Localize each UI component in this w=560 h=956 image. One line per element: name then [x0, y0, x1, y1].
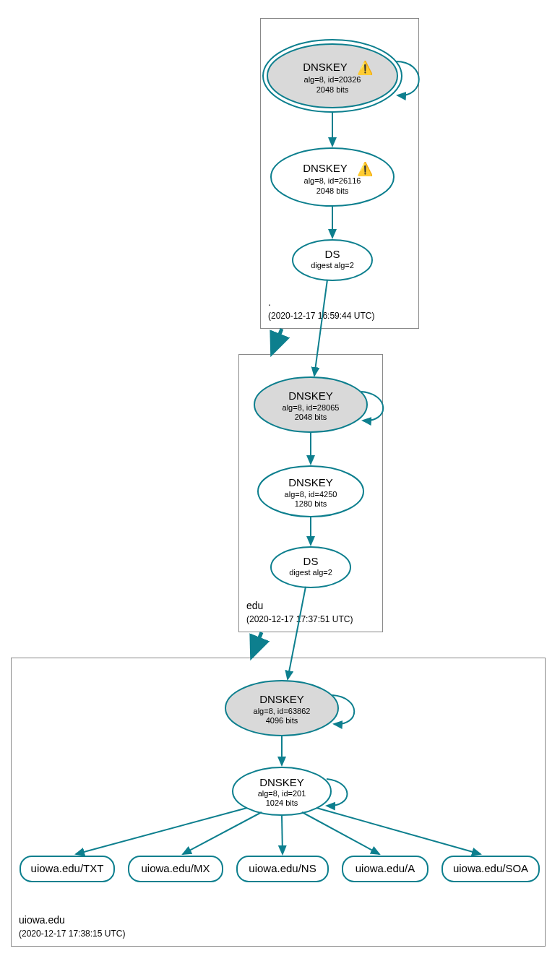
- svg-point-20: [271, 547, 350, 587]
- root-zsk-bits: 2048 bits: [316, 186, 349, 195]
- svg-text:alg=8, id=201: alg=8, id=201: [258, 789, 306, 798]
- node-root-ksk: DNSKEY ⚠️ alg=8, id=20326 2048 bits: [263, 40, 402, 112]
- svg-text:alg=8, id=28065: alg=8, id=28065: [283, 403, 340, 412]
- edge-root-to-edu-zone: [273, 329, 282, 350]
- svg-text:DNSKEY: DNSKEY: [259, 693, 304, 705]
- node-edu-ds: DS digest alg=2: [271, 547, 350, 587]
- root-ksk-alg: alg=8, id=20326: [304, 75, 361, 84]
- warning-icon: ⚠️: [357, 161, 374, 177]
- edge-zsk-to-txt: [76, 808, 247, 854]
- node-edu-ksk: DNSKEY alg=8, id=28065 2048 bits: [254, 377, 367, 432]
- svg-text:uiowa.edu/TXT: uiowa.edu/TXT: [31, 862, 104, 874]
- svg-text:4096 bits: 4096 bits: [266, 716, 298, 725]
- edge-ds-to-edu-ksk: [314, 280, 327, 376]
- root-ds-title: DS: [325, 248, 340, 260]
- root-zsk-alg: alg=8, id=26116: [304, 176, 361, 185]
- uiowa-zsk-alg: alg=8, id=201: [258, 789, 306, 798]
- rr-ns: uiowa.edu/NS: [237, 856, 328, 882]
- svg-text:DNSKEY: DNSKEY: [303, 162, 348, 174]
- uiowa-zsk-title: DNSKEY: [259, 776, 304, 788]
- edge-edu-to-uiowa-zone: [253, 632, 262, 654]
- edge-ds-to-uiowa-ksk: [288, 587, 306, 679]
- node-root-ds: DS digest alg=2: [293, 240, 372, 280]
- uiowa-ksk-bits: 4096 bits: [266, 716, 298, 725]
- root-ksk-bits: 2048 bits: [316, 85, 349, 94]
- edge-zsk-to-soa: [316, 808, 481, 854]
- rr-txt: uiowa.edu/TXT: [20, 856, 114, 882]
- svg-text:digest alg=2: digest alg=2: [289, 568, 332, 577]
- svg-text:uiowa.edu/SOA: uiowa.edu/SOA: [453, 862, 528, 874]
- edu-ds-title: DS: [303, 555, 319, 567]
- uiowa-zsk-bits: 1024 bits: [266, 798, 298, 807]
- svg-text:alg=8, id=63862: alg=8, id=63862: [254, 707, 311, 715]
- node-uiowa-zsk: DNSKEY alg=8, id=201 1024 bits: [233, 767, 331, 815]
- edu-zsk-alg: alg=8, id=4250: [285, 490, 337, 499]
- rr-soa: uiowa.edu/SOA: [442, 856, 539, 882]
- svg-text:DNSKEY: DNSKEY: [288, 476, 333, 488]
- svg-text:2048 bits: 2048 bits: [316, 186, 349, 195]
- edge-zsk-to-ns: [282, 815, 283, 854]
- root-ds-alg: digest alg=2: [311, 261, 354, 270]
- svg-text:alg=8, id=20326: alg=8, id=20326: [304, 75, 361, 84]
- node-uiowa-ksk: DNSKEY alg=8, id=63862 4096 bits: [225, 681, 338, 736]
- svg-text:DNSKEY: DNSKEY: [303, 61, 348, 73]
- svg-text:1024 bits: 1024 bits: [266, 798, 298, 807]
- edge-zsk-to-mx: [183, 812, 262, 854]
- svg-text:digest alg=2: digest alg=2: [311, 261, 354, 270]
- uiowa-ksk-alg: alg=8, id=63862: [254, 707, 311, 715]
- edu-ksk-title: DNSKEY: [288, 389, 333, 402]
- root-zsk-title: DNSKEY: [303, 162, 348, 174]
- edu-ds-alg: digest alg=2: [289, 568, 332, 577]
- root-ksk-title: DNSKEY: [303, 61, 348, 73]
- edu-zsk-title: DNSKEY: [288, 476, 333, 488]
- svg-text:DNSKEY: DNSKEY: [259, 776, 304, 788]
- edge-zsk-to-a: [302, 812, 379, 854]
- node-root-zsk: DNSKEY ⚠️ alg=8, id=26116 2048 bits: [271, 148, 394, 206]
- svg-text:uiowa.edu/MX: uiowa.edu/MX: [141, 862, 210, 874]
- svg-text:alg=8, id=4250: alg=8, id=4250: [285, 490, 337, 499]
- svg-text:alg=8, id=26116: alg=8, id=26116: [304, 176, 361, 185]
- rr-mx: uiowa.edu/MX: [129, 856, 223, 882]
- warning-icon: ⚠️: [357, 60, 374, 76]
- svg-text:DS: DS: [325, 248, 340, 260]
- svg-point-9: [293, 240, 372, 280]
- svg-text:2048 bits: 2048 bits: [295, 413, 327, 421]
- svg-text:DNSKEY: DNSKEY: [288, 389, 333, 402]
- svg-text:uiowa.edu/NS: uiowa.edu/NS: [249, 862, 316, 874]
- uiowa-ksk-title: DNSKEY: [259, 693, 304, 705]
- edu-ksk-alg: alg=8, id=28065: [283, 403, 340, 412]
- edu-ksk-bits: 2048 bits: [295, 413, 327, 421]
- svg-text:uiowa.edu/A: uiowa.edu/A: [356, 862, 415, 874]
- svg-text:2048 bits: 2048 bits: [316, 85, 349, 94]
- svg-text:DS: DS: [303, 555, 319, 567]
- node-edu-zsk: DNSKEY alg=8, id=4250 1280 bits: [258, 466, 363, 517]
- rr-a: uiowa.edu/A: [343, 856, 428, 882]
- svg-text:1280 bits: 1280 bits: [295, 499, 327, 508]
- diagram-svg: DNSKEY ⚠️ alg=8, id=20326 2048 bits DNSK…: [0, 0, 560, 956]
- edu-zsk-bits: 1280 bits: [295, 499, 327, 508]
